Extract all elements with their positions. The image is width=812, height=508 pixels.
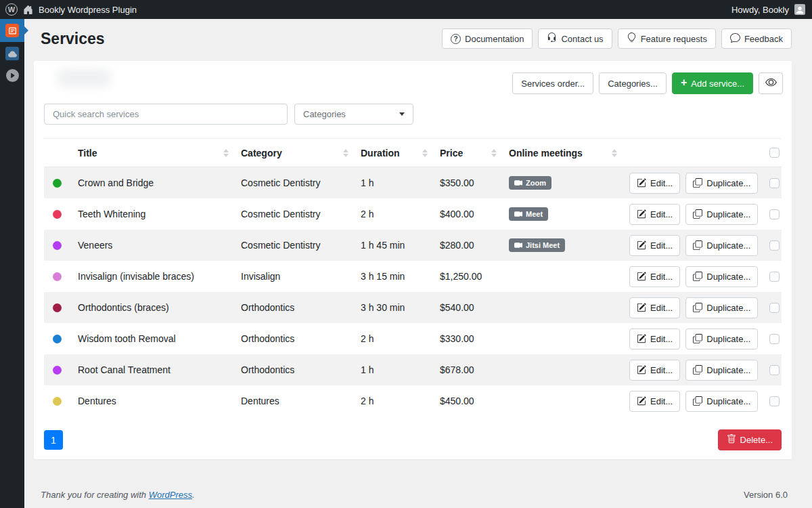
columns-visibility-button[interactable] (759, 72, 783, 94)
edit-button[interactable]: Edit... (629, 360, 680, 381)
main-content: Services ? Documentation Contact us Feat… (24, 19, 812, 508)
row-actions: Edit... Duplicate... (629, 329, 753, 350)
avatar[interactable] (794, 4, 805, 15)
pencil-square-icon (637, 272, 646, 281)
edit-button[interactable]: Edit... (629, 235, 680, 256)
edit-button[interactable]: Edit... (629, 297, 680, 318)
footer-version: Version 6.0 (744, 490, 788, 500)
row-checkbox[interactable] (769, 365, 780, 375)
row-actions: Edit... Duplicate... (629, 391, 753, 412)
service-title-cell: Veneers (78, 240, 241, 251)
service-category-cell: Orthodontics (241, 333, 361, 344)
pencil-square-icon (637, 178, 646, 188)
search-input[interactable] (44, 104, 288, 125)
service-duration-cell: 1 h (361, 177, 440, 188)
duplicate-button[interactable]: Duplicate... (685, 329, 758, 350)
table-row: Teeth Whitening Cosmetic Dentistry 2 h $… (44, 198, 782, 230)
duplicate-button[interactable]: Duplicate... (685, 391, 758, 412)
feedback-button[interactable]: Feedback (721, 28, 792, 49)
pencil-square-icon (637, 396, 646, 406)
duplicate-button[interactable]: Duplicate... (685, 266, 758, 287)
row-actions: Edit... Duplicate... (629, 266, 753, 287)
column-header-price[interactable]: Price (440, 148, 509, 158)
categories-button[interactable]: Categories... (599, 72, 667, 94)
edit-button[interactable]: Edit... (629, 329, 680, 350)
sort-icon[interactable] (343, 149, 348, 157)
video-camera-icon (514, 179, 522, 187)
wordpress-link[interactable]: WordPress (149, 490, 192, 500)
pencil-square-icon (637, 303, 646, 312)
sort-icon[interactable] (612, 149, 617, 157)
duplicate-button[interactable]: Duplicate... (685, 235, 758, 256)
service-category-cell: Dentures (241, 396, 361, 406)
howdy-account-link[interactable]: Howdy, Bookly (731, 5, 789, 15)
sidebar-item-bookly-cloud[interactable] (0, 42, 24, 65)
service-color-dot (53, 303, 62, 312)
row-checkbox[interactable] (769, 272, 780, 282)
row-checkbox[interactable] (769, 396, 780, 406)
service-price-cell: $400.00 (440, 209, 509, 219)
contact-us-button[interactable]: Contact us (538, 28, 612, 49)
documentation-button[interactable]: ? Documentation (442, 28, 533, 49)
edit-button[interactable]: Edit... (629, 173, 680, 194)
service-title-cell: Dentures (78, 396, 241, 406)
duplicate-button[interactable]: Duplicate... (685, 360, 758, 381)
video-camera-icon (514, 241, 522, 249)
feature-requests-button[interactable]: Feature requests (618, 28, 716, 49)
table-row: Dentures Dentures 2 h $450.00 Edit... Du… (44, 385, 782, 417)
add-service-button[interactable]: + Add service... (672, 72, 753, 94)
sort-icon[interactable] (223, 149, 229, 157)
service-duration-cell: 3 h 15 min (361, 271, 440, 282)
select-all-checkbox[interactable] (769, 148, 780, 158)
copy-icon (693, 209, 702, 219)
sort-icon[interactable] (422, 149, 428, 157)
table-row: Root Canal Treatment Orthodontics 1 h $6… (44, 354, 782, 385)
duplicate-button[interactable]: Duplicate... (685, 297, 758, 318)
edit-button[interactable]: Edit... (629, 204, 680, 225)
services-order-button[interactable]: Services order... (512, 72, 593, 94)
home-icon[interactable] (23, 5, 33, 15)
row-checkbox[interactable] (769, 334, 780, 344)
row-checkbox[interactable] (769, 209, 780, 219)
row-actions: Edit... Duplicate... (629, 173, 753, 194)
wordpress-logo-icon[interactable]: W (5, 3, 18, 16)
services-panel: Services order... Categories... + Add se… (34, 61, 792, 459)
sort-icon[interactable] (491, 149, 497, 157)
service-color-dot (53, 210, 62, 219)
wp-admin-bar: W Bookly Wordpress Plugin Howdy, Bookly (0, 0, 812, 19)
row-checkbox[interactable] (769, 303, 780, 313)
duplicate-button[interactable]: Duplicate... (685, 173, 758, 194)
duplicate-button[interactable]: Duplicate... (685, 204, 758, 225)
footer-thanks: Thank you for creating with WordPress. (41, 490, 195, 500)
pagination-page-1[interactable]: 1 (44, 430, 63, 450)
service-duration-cell: 3 h 30 min (361, 302, 440, 313)
service-price-cell: $1,250.00 (440, 271, 509, 282)
service-price-cell: $330.00 (440, 333, 509, 344)
service-price-cell: $280.00 (440, 240, 509, 251)
site-name-link[interactable]: Bookly Wordpress Plugin (39, 5, 137, 15)
service-price-cell: $350.00 (440, 177, 509, 188)
column-header-duration[interactable]: Duration (361, 148, 440, 158)
delete-button[interactable]: Delete... (718, 429, 782, 450)
pencil-square-icon (637, 334, 646, 343)
edit-button[interactable]: Edit... (629, 266, 680, 287)
column-header-title[interactable]: Title (78, 148, 241, 158)
page-header: Services ? Documentation Contact us Feat… (24, 19, 812, 51)
edit-button[interactable]: Edit... (629, 391, 680, 412)
service-title-cell: Invisalign (invisable braces) (78, 271, 241, 282)
table-header: Title Category Duration Price Online mee… (44, 138, 782, 167)
row-checkbox[interactable] (769, 240, 780, 251)
row-checkbox[interactable] (769, 178, 780, 188)
copy-icon (693, 303, 702, 312)
trash-icon (727, 434, 736, 446)
sidebar-item-bookly[interactable] (0, 19, 24, 42)
admin-footer: Thank you for creating with WordPress. V… (41, 490, 788, 500)
column-header-online-meetings[interactable]: Online meetings (509, 148, 629, 158)
row-actions: Edit... Duplicate... (629, 235, 753, 256)
table-row: Invisalign (invisable braces) Invisalign… (44, 261, 782, 292)
sidebar-item-collapse[interactable] (0, 65, 24, 88)
service-category-cell: Cosmetic Dentistry (241, 240, 361, 251)
pencil-square-icon (637, 365, 646, 375)
column-header-category[interactable]: Category (241, 148, 361, 158)
categories-select[interactable]: Categories (294, 104, 413, 125)
